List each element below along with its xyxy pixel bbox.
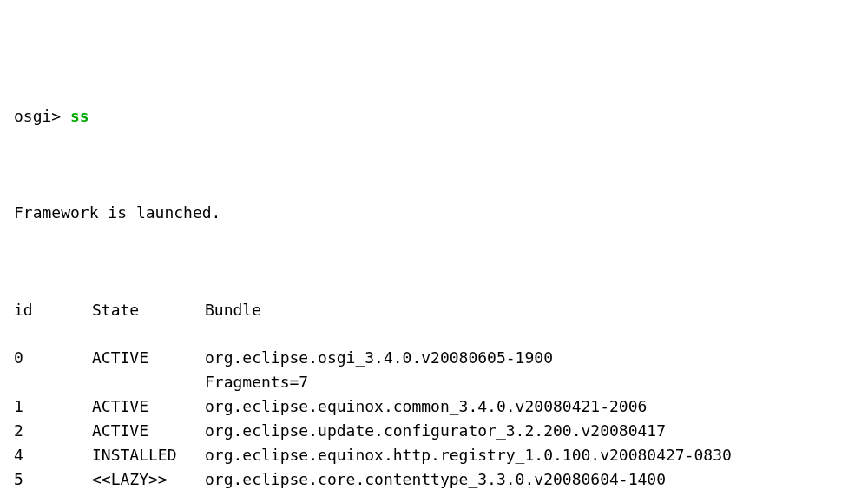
rows-container: 0ACTIVEorg.eclipse.osgi_3.4.0.v20080605-… [14, 346, 854, 490]
bundle-name: org.eclipse.update.configurator_3.2.200.… [205, 419, 854, 443]
prompt-text: osgi> [14, 107, 61, 125]
extra-indent [14, 370, 205, 394]
header-id: id [14, 298, 92, 322]
bundle-id: 1 [14, 394, 92, 419]
table-row: 2ACTIVEorg.eclipse.update.configurator_3… [14, 419, 854, 443]
bundle-state: INSTALLED [92, 443, 205, 467]
table-row: 4INSTALLEDorg.eclipse.equinox.http.regis… [14, 443, 854, 467]
blank-line [14, 249, 854, 274]
header-bundle: Bundle [205, 298, 854, 322]
bundle-state: ACTIVE [92, 346, 205, 370]
table-header: idStateBundle [14, 298, 854, 322]
command-text: ss [70, 107, 89, 125]
bundle-state: ACTIVE [92, 419, 205, 443]
bundle-name: org.eclipse.equinox.common_3.4.0.v200804… [205, 394, 854, 419]
bundle-name: org.eclipse.core.contenttype_3.3.0.v2008… [205, 467, 854, 490]
bundle-id: 4 [14, 443, 92, 467]
status-line: Framework is launched. [14, 201, 854, 225]
bundle-name: org.eclipse.osgi_3.4.0.v20080605-1900 [205, 346, 854, 370]
table-row: 1ACTIVEorg.eclipse.equinox.common_3.4.0.… [14, 394, 854, 419]
header-state: State [92, 298, 205, 322]
blank-line [14, 152, 854, 176]
table-row: 0ACTIVEorg.eclipse.osgi_3.4.0.v20080605-… [14, 346, 854, 370]
table-row-extra: Fragments=7 [14, 370, 854, 394]
bundle-id: 0 [14, 346, 92, 370]
prompt-line[interactable]: osgi> ss [14, 104, 854, 129]
bundle-state: ACTIVE [92, 394, 205, 419]
bundle-name: org.eclipse.equinox.http.registry_1.0.10… [205, 443, 854, 467]
bundle-id: 5 [14, 467, 92, 490]
bundle-id: 2 [14, 419, 92, 443]
bundle-extra: Fragments=7 [205, 370, 308, 394]
table-row: 5<<LAZY>>org.eclipse.core.contenttype_3.… [14, 467, 854, 490]
bundle-state: <<LAZY>> [92, 467, 205, 490]
